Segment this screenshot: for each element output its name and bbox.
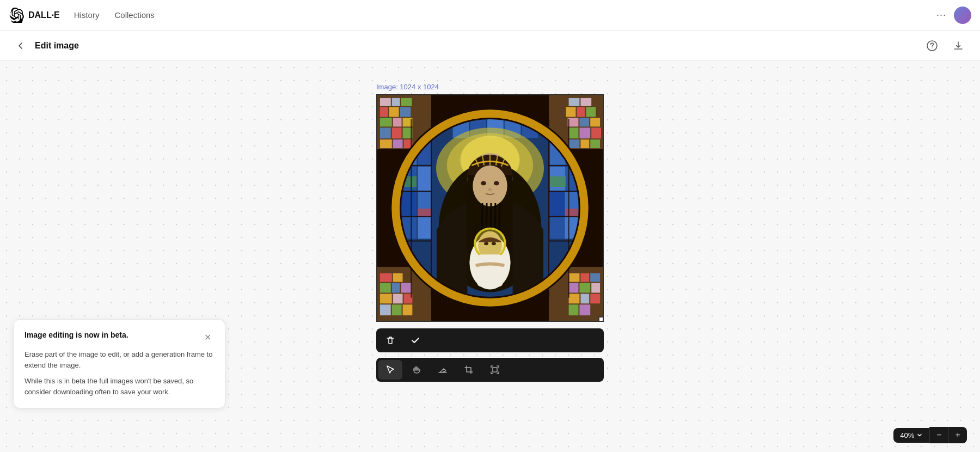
- svg-rect-65: [401, 192, 417, 216]
- svg-rect-35: [590, 139, 600, 148]
- svg-rect-45: [392, 304, 402, 315]
- svg-rect-16: [380, 127, 391, 138]
- sub-header: Edit image: [0, 30, 980, 61]
- svg-point-97: [488, 188, 492, 191]
- eraser-icon: [438, 365, 448, 375]
- svg-rect-54: [580, 294, 589, 303]
- back-arrow-icon: [16, 41, 25, 50]
- svg-rect-9: [401, 98, 412, 106]
- svg-rect-114: [477, 254, 503, 286]
- back-button[interactable]: [13, 39, 28, 52]
- checkmark-icon: [411, 335, 420, 345]
- svg-rect-56: [569, 304, 579, 315]
- svg-rect-80: [565, 209, 579, 217]
- select-tool-button[interactable]: [378, 360, 402, 380]
- beta-notice-card: Image editing is now in beta. ✕ Erase pa…: [13, 319, 225, 408]
- svg-rect-44: [380, 304, 391, 315]
- pan-tool-button[interactable]: [405, 360, 428, 380]
- svg-point-113: [492, 242, 496, 245]
- svg-rect-37: [393, 273, 403, 282]
- crop-tool-button[interactable]: [457, 360, 481, 380]
- svg-rect-55: [590, 294, 600, 303]
- image-frame[interactable]: [376, 94, 604, 322]
- logo[interactable]: DALL·E: [9, 8, 60, 23]
- svg-rect-41: [380, 294, 392, 303]
- svg-rect-13: [380, 118, 392, 127]
- svg-rect-26: [586, 107, 596, 117]
- svg-rect-34: [580, 139, 589, 148]
- svg-rect-40: [401, 283, 412, 293]
- hand-icon: [412, 365, 421, 375]
- dalle-logo-text: DALL·E: [28, 10, 60, 20]
- nav-more-button[interactable]: ···: [933, 6, 950, 24]
- svg-rect-79: [550, 176, 566, 187]
- canvas-area: Image: 1024 x 1024: [0, 61, 980, 452]
- svg-rect-30: [569, 127, 579, 138]
- svg-rect-38: [380, 283, 391, 293]
- beta-card-header: Image editing is now in beta. ✕: [24, 331, 214, 344]
- sub-header-actions: [923, 37, 967, 54]
- extend-icon: [490, 365, 500, 375]
- canvas-container: Image: 1024 x 1024: [376, 83, 604, 382]
- svg-rect-23: [580, 98, 591, 106]
- svg-rect-27: [568, 118, 579, 127]
- download-button[interactable]: [950, 37, 967, 54]
- zoom-level-button[interactable]: 40%: [893, 428, 929, 443]
- svg-rect-19: [380, 139, 392, 148]
- svg-rect-42: [393, 294, 403, 303]
- nav-collections[interactable]: Collections: [109, 7, 160, 23]
- svg-rect-28: [579, 118, 589, 127]
- help-button[interactable]: [923, 37, 941, 54]
- download-icon: [953, 40, 964, 51]
- beta-card-text-2: While this is in beta the full images wo…: [24, 376, 214, 397]
- nav-history[interactable]: History: [69, 7, 105, 23]
- tool-bar: [376, 358, 604, 382]
- svg-rect-53: [569, 294, 580, 303]
- svg-rect-8: [392, 98, 400, 106]
- user-avatar[interactable]: [954, 7, 971, 24]
- beta-card-text-1: Erase part of the image to edit, or add …: [24, 349, 214, 370]
- erase-tool-button[interactable]: [431, 360, 455, 380]
- svg-rect-31: [579, 127, 590, 138]
- svg-rect-47: [569, 273, 580, 282]
- svg-point-96: [494, 181, 499, 185]
- svg-rect-50: [569, 283, 579, 293]
- resize-handle[interactable]: [598, 316, 604, 322]
- svg-rect-49: [590, 273, 600, 282]
- svg-rect-46: [403, 304, 413, 315]
- stained-glass-image: [377, 95, 603, 321]
- svg-rect-24: [566, 107, 576, 117]
- svg-rect-17: [392, 127, 402, 138]
- delete-selection-button[interactable]: [378, 331, 402, 350]
- svg-rect-52: [591, 283, 600, 293]
- svg-point-111: [476, 230, 504, 258]
- beta-card-title: Image editing is now in beta.: [24, 331, 128, 339]
- svg-point-94: [473, 166, 507, 206]
- image-action-bar: [376, 328, 604, 352]
- svg-rect-20: [393, 139, 403, 148]
- image-dimensions-label: Image: 1024 x 1024: [376, 83, 604, 91]
- svg-rect-39: [392, 283, 400, 293]
- svg-rect-68: [418, 217, 431, 239]
- zoom-in-button[interactable]: +: [948, 427, 967, 443]
- top-nav: DALL·E History Collections ···: [0, 0, 980, 30]
- zoom-out-button[interactable]: −: [929, 427, 948, 443]
- zoom-control: 40% − +: [893, 427, 967, 443]
- svg-rect-11: [389, 107, 399, 117]
- extend-tool-button[interactable]: [483, 360, 507, 380]
- confirm-button[interactable]: [403, 331, 427, 350]
- svg-rect-57: [579, 304, 590, 315]
- svg-point-112: [484, 242, 488, 245]
- svg-rect-32: [591, 127, 601, 138]
- svg-rect-25: [577, 107, 585, 117]
- svg-rect-48: [580, 273, 589, 282]
- svg-rect-14: [393, 118, 402, 127]
- svg-rect-77: [550, 217, 566, 239]
- beta-card-close-button[interactable]: ✕: [201, 331, 214, 344]
- svg-rect-10: [380, 107, 388, 117]
- crop-icon: [464, 365, 474, 375]
- svg-rect-22: [569, 98, 580, 106]
- zoom-percentage: 40%: [900, 431, 914, 439]
- cursor-icon: [385, 365, 395, 375]
- svg-rect-33: [569, 139, 580, 148]
